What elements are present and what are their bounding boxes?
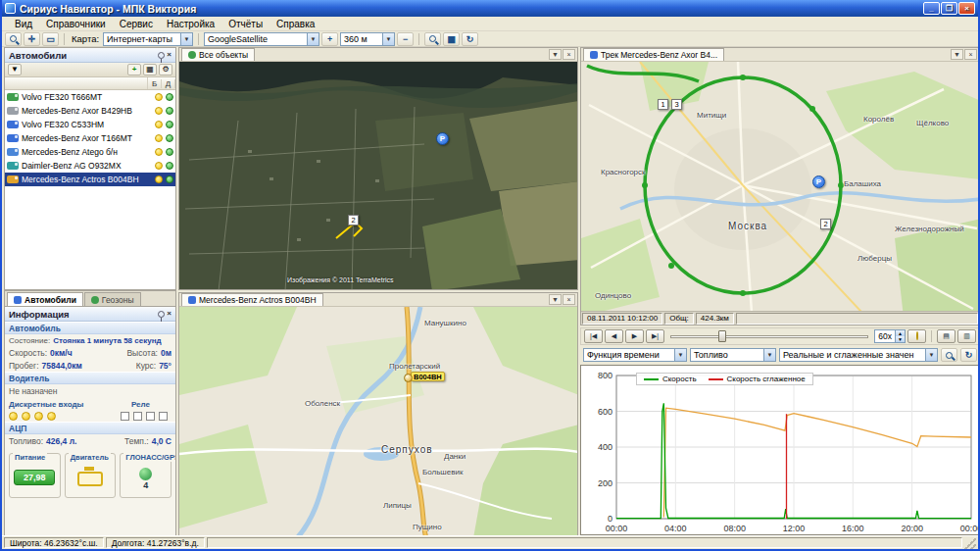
road-map[interactable]: Манушкино Пролетарский Оболенск Серпухов…: [179, 307, 577, 536]
vehicle-row[interactable]: Daimler-Benz AG О932МХ: [5, 159, 175, 173]
vehicle-row[interactable]: Volvo FE320 Т666МТ: [5, 90, 175, 104]
engine-groupbox: Двигатель: [65, 453, 117, 498]
status-dot-link: [166, 134, 173, 142]
svg-text:00:00: 00:00: [960, 524, 979, 533]
map-label: Щёлково: [916, 119, 949, 127]
add-vehicle-icon[interactable]: +: [127, 64, 141, 75]
close-icon[interactable]: ×: [167, 51, 172, 59]
chart-parameter-combo[interactable]: Топливо▼: [690, 348, 776, 362]
menu-item-spravochniki[interactable]: Справочники: [39, 19, 113, 29]
vehicle-position-marker[interactable]: P: [812, 175, 825, 188]
zoom-out-icon[interactable]: −: [397, 32, 414, 46]
chart-zoom-in-icon[interactable]: [941, 348, 957, 362]
maximize-button[interactable]: ❐: [941, 2, 957, 15]
search-icon[interactable]: [424, 32, 441, 46]
waypoint-marker-3[interactable]: 3: [671, 99, 682, 110]
relay-checkbox[interactable]: [133, 412, 142, 421]
pin-icon[interactable]: [158, 52, 165, 59]
close-button[interactable]: ×: [958, 2, 975, 15]
vehicle-filter-icon[interactable]: ▼: [8, 64, 22, 75]
refresh-icon[interactable]: ↻: [462, 32, 478, 46]
play-icon[interactable]: ▶: [625, 329, 644, 343]
satellite-map[interactable]: P 2 Изображения © 2011 TerraMetrics: [179, 62, 577, 289]
menu-item-vid[interactable]: Вид: [8, 19, 39, 29]
tab-vehicles[interactable]: Автомобили: [7, 292, 83, 306]
select-tool-icon[interactable]: [5, 32, 22, 46]
satellite-panel-strip: Все объекты ▼ ×: [179, 48, 577, 62]
vehicle-row[interactable]: Mercedes-Benz Atego б/н: [5, 145, 175, 159]
chart-zoom-out-icon[interactable]: ↻: [960, 348, 977, 362]
group-icon[interactable]: ▦: [143, 64, 157, 75]
waypoint-marker-2[interactable]: 2: [348, 215, 359, 225]
svg-text:00:00: 00:00: [606, 524, 628, 533]
track-position-slider[interactable]: [670, 329, 868, 343]
waypoint-marker-1[interactable]: 1: [658, 99, 668, 110]
highlight-track-button[interactable]: [907, 329, 926, 343]
vehicle-position-marker[interactable]: P: [436, 132, 449, 145]
vehicle-row[interactable]: Mercedes-Benz Axor Т166МТ: [5, 131, 175, 145]
map-label: Карта:: [70, 33, 101, 44]
vehicle-row[interactable]: Mercedes-Benz Axor В429НВ: [5, 104, 175, 118]
window-title: Сириус Навигатор - МПК Виктория: [20, 3, 196, 15]
menu-item-nastroyka[interactable]: Настройка: [160, 19, 221, 29]
chart-panel[interactable]: Скорость Скорость сглаженное 02004006008…: [580, 365, 980, 535]
skip-start-icon[interactable]: |◀: [584, 329, 603, 343]
relay-checkbox[interactable]: [159, 412, 168, 421]
menu-item-otchety[interactable]: Отчёты: [221, 19, 270, 29]
track-map[interactable]: Митищи Королёв Щёлково Красногорск Москв…: [581, 62, 979, 325]
pin-icon[interactable]: [158, 311, 165, 318]
tab-all-objects[interactable]: Все объекты: [181, 48, 255, 61]
map-scale-combo[interactable]: 360 м▼: [340, 32, 395, 46]
chart-icon[interactable]: ▥: [957, 329, 976, 343]
step-back-icon[interactable]: ◀: [605, 329, 623, 343]
chart-function-combo[interactable]: Функция времени▼: [583, 348, 687, 362]
gps-satellite-count: 4: [121, 480, 171, 490]
vehicle-row[interactable]: Volvo FE320 С533НМ: [5, 118, 175, 131]
road-panel-strip: Mercedes-Benz Actros В004ВН ▼ ×: [179, 293, 577, 307]
chevron-down-icon[interactable]: ▼: [549, 294, 562, 305]
tab-geozones[interactable]: Геозоны: [84, 292, 141, 306]
zoom-in-icon[interactable]: +: [321, 32, 338, 46]
playback-speed-spinner[interactable]: 60х ▲▼: [874, 329, 906, 343]
report-icon[interactable]: ▤: [937, 329, 956, 343]
status-dot-fuel: [155, 121, 163, 128]
chevron-down-icon[interactable]: ▼: [951, 49, 963, 60]
layers-icon[interactable]: ▦: [443, 32, 460, 46]
discrete-input-led: [9, 412, 18, 421]
close-icon[interactable]: ×: [563, 294, 575, 305]
road-map-panel: Mercedes-Benz Actros В004ВН ▼ ×: [178, 292, 578, 537]
close-icon[interactable]: ×: [167, 310, 172, 318]
ruler-tool-icon[interactable]: ▭: [42, 32, 59, 46]
spin-down-icon[interactable]: ▼: [895, 336, 905, 342]
relay-checkbox[interactable]: [121, 412, 129, 421]
resize-grip[interactable]: [964, 537, 976, 549]
pan-tool-icon[interactable]: ✛: [24, 32, 40, 46]
waypoint-marker-2[interactable]: 2: [820, 219, 831, 229]
toolbar-separator: [418, 33, 419, 45]
map-label: Манушкино: [424, 319, 466, 327]
close-icon[interactable]: ×: [563, 49, 575, 60]
map-provider-combo[interactable]: GoogleSatellite▼: [204, 32, 319, 46]
track-infobar-spacer: [736, 313, 978, 325]
chevron-down-icon[interactable]: ▼: [549, 49, 562, 60]
tab-track[interactable]: Трек Mercedes-Benz Axor В4...: [583, 48, 724, 61]
slider-thumb[interactable]: [718, 330, 726, 342]
settings-icon[interactable]: ⚙: [159, 64, 172, 75]
close-icon[interactable]: ×: [964, 49, 977, 60]
discrete-input-led: [34, 412, 43, 421]
menu-item-spravka[interactable]: Справка: [270, 19, 321, 29]
vehicle-row-selected[interactable]: Mercedes-Benz Actros В004ВН: [5, 173, 175, 186]
relay-checkbox[interactable]: [146, 412, 155, 421]
power-groupbox: Питание 27,98: [9, 453, 61, 498]
truck-icon: [7, 134, 19, 142]
menu-item-servis[interactable]: Сервис: [113, 19, 160, 29]
skip-end-icon[interactable]: ▶|: [646, 329, 664, 343]
section-adc: АЦП: [5, 422, 175, 434]
tab-actros[interactable]: Mercedes-Benz Actros В004ВН: [181, 293, 323, 306]
map-type-combo[interactable]: Интернет-карты▼: [103, 32, 193, 46]
section-vehicle: Автомобиль: [5, 322, 175, 334]
minimize-button[interactable]: _: [923, 2, 940, 15]
chart-mode-combo[interactable]: Реальные и сглаженные значен▼: [779, 348, 938, 362]
status-dot-link: [166, 175, 173, 183]
vehicle-plate-marker[interactable]: В004ВН: [411, 372, 445, 381]
